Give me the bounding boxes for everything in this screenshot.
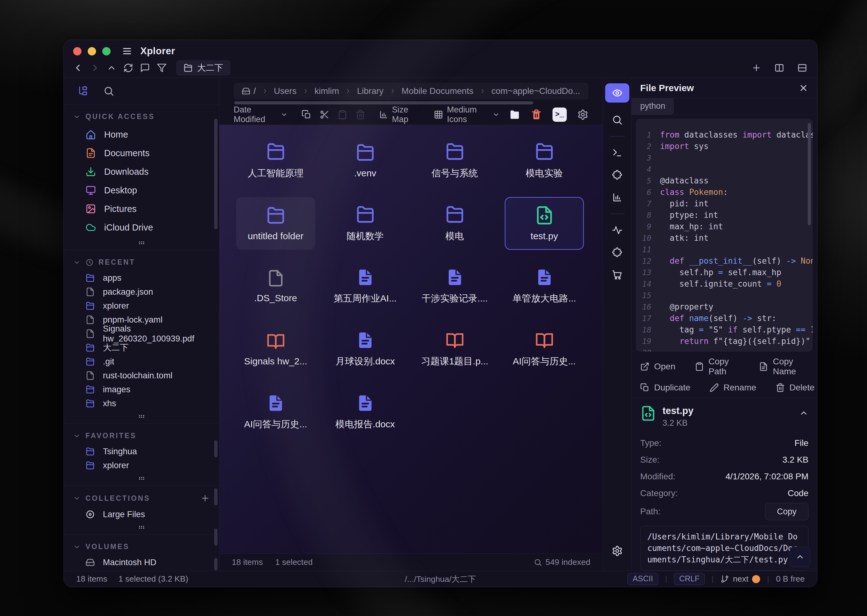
file-tile[interactable]: 模电实验 bbox=[505, 134, 584, 187]
rail-bar-chart-icon[interactable] bbox=[608, 186, 627, 209]
section-resize-handle[interactable] bbox=[64, 410, 219, 423]
sort-dropdown[interactable]: Date Modified bbox=[234, 105, 288, 124]
view-mode-dropdown[interactable]: Medium Icons bbox=[434, 105, 500, 124]
sidebar-item-pictures[interactable]: Pictures bbox=[64, 200, 219, 218]
collapse-info-button[interactable] bbox=[799, 405, 809, 418]
terminal-button[interactable]: >_ bbox=[553, 107, 567, 122]
breadcrumb-scrollbar[interactable] bbox=[234, 101, 533, 104]
copy-path-button[interactable]: Copy Path bbox=[695, 357, 740, 377]
sidebar-scrollbar[interactable] bbox=[214, 488, 218, 505]
duplicate-button[interactable]: Duplicate bbox=[640, 383, 690, 393]
sidebar-item-documents[interactable]: Documents bbox=[64, 144, 219, 162]
file-tile[interactable]: 习题课1题目.p... bbox=[415, 323, 494, 376]
file-tile[interactable]: 人工智能原理 bbox=[236, 134, 315, 187]
breadcrumb-item[interactable]: Mobile Documents bbox=[402, 86, 473, 96]
sidebar-item-tsinghua[interactable]: Tsinghua bbox=[64, 444, 219, 458]
paste-icon[interactable] bbox=[338, 110, 347, 119]
sidebar-item-downloads[interactable]: Downloads bbox=[64, 162, 219, 181]
new-tab-button[interactable] bbox=[749, 61, 763, 75]
sidebar-item-icloud-drive[interactable]: iCloud Drive bbox=[64, 218, 219, 237]
sidebar-item-apps[interactable]: apps bbox=[64, 271, 219, 285]
sidebar-item-xplorer[interactable]: xplorer bbox=[64, 299, 219, 313]
file-path[interactable]: /Users/kimlim/Library/Mobile Documents/c… bbox=[640, 526, 809, 571]
copy-icon[interactable] bbox=[302, 110, 311, 119]
section-header-volumes[interactable]: VOLUMES bbox=[64, 536, 219, 555]
rail-terminal-icon[interactable] bbox=[608, 141, 627, 164]
add-collection-button[interactable] bbox=[201, 493, 210, 503]
file-tile[interactable]: .DS_Store bbox=[236, 260, 315, 313]
sidebar-search-icon[interactable] bbox=[104, 86, 114, 96]
git-branch-indicator[interactable]: next bbox=[721, 574, 760, 584]
sidebar-scrollbar[interactable] bbox=[214, 440, 218, 457]
breadcrumb-item[interactable]: kimlim bbox=[314, 86, 339, 96]
file-tile[interactable]: 信号与系统 bbox=[415, 134, 494, 187]
section-resize-handle[interactable] bbox=[64, 237, 219, 249]
sidebar-item-large-files[interactable]: Large Files bbox=[64, 507, 219, 521]
rail-puzzle-icon[interactable] bbox=[608, 164, 627, 186]
back-button[interactable] bbox=[71, 61, 85, 75]
eol-badge[interactable]: CRLF bbox=[674, 573, 705, 585]
file-tile[interactable]: 模电 bbox=[415, 197, 494, 250]
section-resize-handle[interactable] bbox=[64, 521, 219, 534]
section-header-collections[interactable]: COLLECTIONS bbox=[64, 487, 219, 507]
file-tile[interactable]: untitled folder bbox=[236, 197, 315, 250]
menu-icon[interactable] bbox=[122, 46, 132, 57]
delete-icon[interactable] bbox=[355, 110, 365, 119]
file-tile[interactable]: 单管放大电路... bbox=[505, 260, 584, 313]
split-horizontal-icon[interactable] bbox=[795, 61, 809, 75]
breadcrumb-root[interactable]: / bbox=[253, 86, 256, 96]
section-header-quick-access[interactable]: QUICK ACCESS bbox=[64, 106, 219, 125]
sidebar-item-macintosh-hd[interactable]: Macintosh HD bbox=[64, 555, 219, 569]
sidebar-scrollbar[interactable] bbox=[214, 119, 218, 229]
encoding-badge[interactable]: ASCII bbox=[627, 573, 658, 585]
breadcrumb-item[interactable]: Users bbox=[274, 86, 297, 96]
feedback-button[interactable] bbox=[138, 61, 152, 75]
sidebar-scrollbar[interactable] bbox=[214, 529, 218, 546]
rail-cart-icon[interactable] bbox=[608, 264, 627, 286]
file-tile[interactable]: .venv bbox=[326, 134, 405, 187]
close-icon[interactable] bbox=[798, 83, 809, 93]
delete-button[interactable]: Delete bbox=[776, 383, 815, 393]
rail-search-icon[interactable] bbox=[608, 109, 627, 131]
filter-button[interactable] bbox=[155, 61, 168, 75]
settings-icon[interactable] bbox=[577, 109, 589, 120]
sidebar-item-xplorer[interactable]: xplorer bbox=[64, 458, 219, 472]
size-map-button[interactable]: Size Map bbox=[379, 105, 420, 124]
section-header-recent[interactable]: RECENT bbox=[64, 252, 219, 271]
open-button[interactable]: Open bbox=[640, 357, 675, 377]
cut-icon[interactable] bbox=[319, 110, 329, 119]
new-folder-button[interactable] bbox=[509, 109, 520, 120]
trash-button[interactable] bbox=[531, 109, 542, 120]
scroll-top-button[interactable] bbox=[790, 547, 810, 567]
sidebar-item-xhs[interactable]: xhs bbox=[64, 396, 219, 410]
split-vertical-icon[interactable] bbox=[773, 61, 786, 75]
file-tile[interactable]: 月球设别.docx bbox=[326, 323, 405, 376]
code-preview[interactable]: 1from dataclasses import dataclass2impor… bbox=[636, 119, 813, 352]
file-tile[interactable]: AI问答与历史... bbox=[236, 386, 315, 438]
sidebar-scrollbar[interactable] bbox=[214, 558, 218, 570]
file-tile[interactable]: 干涉实验记录.... bbox=[415, 260, 494, 313]
close-traffic-light[interactable] bbox=[73, 47, 82, 55]
file-grid-area[interactable]: 人工智能原理.venv信号与系统模电实验untitled folder随机数学模… bbox=[219, 125, 603, 553]
copy-name-button[interactable]: Copy Name bbox=[759, 357, 809, 377]
forward-button[interactable] bbox=[88, 61, 102, 75]
copy-path-button[interactable]: Copy bbox=[765, 503, 809, 520]
rail-eye-icon[interactable] bbox=[605, 83, 629, 102]
rail-pulse-icon[interactable] bbox=[608, 219, 627, 241]
sidebar-item-rust-toolchain-toml[interactable]: rust-toolchain.toml bbox=[64, 368, 219, 382]
minimize-traffic-light[interactable] bbox=[88, 47, 96, 55]
section-resize-handle[interactable] bbox=[64, 472, 219, 485]
up-button[interactable] bbox=[105, 61, 118, 75]
code-scrollbar[interactable] bbox=[808, 123, 811, 225]
file-tile[interactable]: AI问答与历史... bbox=[505, 323, 584, 376]
section-header-favorites[interactable]: FAVORITES bbox=[64, 426, 219, 444]
sidebar-item-home[interactable]: Home bbox=[64, 125, 219, 144]
breadcrumb-item[interactable]: com~apple~CloudDo... bbox=[492, 86, 580, 96]
breadcrumb[interactable]: / UserskimlimLibraryMobile Documentscom~… bbox=[234, 83, 589, 99]
file-tile[interactable]: 随机数学 bbox=[326, 197, 405, 250]
sidebar-item-package-json[interactable]: package.json bbox=[64, 285, 219, 299]
file-tile[interactable]: Signals hw_2... bbox=[236, 323, 315, 376]
rail-gear-icon[interactable] bbox=[608, 540, 627, 562]
file-tile[interactable]: 模电报告.docx bbox=[326, 386, 405, 438]
sidebar-item--git[interactable]: .git bbox=[64, 355, 219, 368]
